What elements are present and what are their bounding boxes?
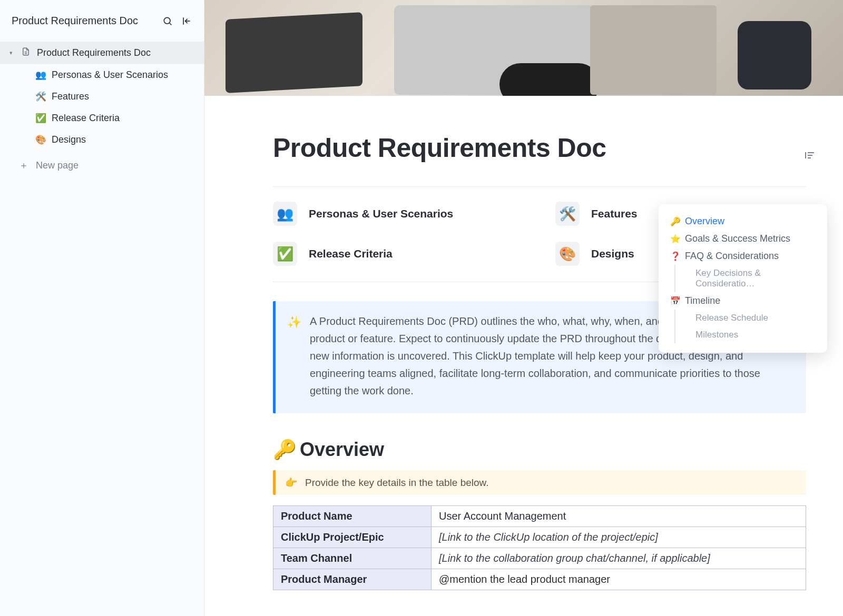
- nav-label: Product Requirements Doc: [37, 47, 151, 58]
- toc-label: Goals & Success Metrics: [685, 233, 790, 244]
- sidebar: Product Requirements Doc ▾ Product Requi…: [0, 0, 204, 616]
- sidebar-actions: [162, 15, 192, 27]
- svg-point-0: [164, 17, 170, 24]
- toc-label: Timeline: [685, 295, 720, 306]
- toc-label: Release Schedule: [695, 313, 768, 323]
- palette-icon: 🎨: [35, 134, 46, 145]
- toc-subitem-release[interactable]: Release Schedule: [674, 310, 824, 326]
- toc-label: Milestones: [695, 330, 738, 340]
- table-row: Product Name User Account Management: [273, 506, 806, 527]
- section-label: Release Criteria: [309, 247, 393, 260]
- svg-line-1: [170, 23, 172, 25]
- table-value[interactable]: [Link to the ClickUp location of the pro…: [432, 527, 806, 548]
- nav-list: ▾ Product Requirements Doc 👥 Personas & …: [0, 38, 204, 178]
- hint-overview[interactable]: 👉 Provide the key details in the table b…: [273, 470, 806, 495]
- main: Product Requirements Doc 👥 Personas & Us…: [204, 0, 843, 616]
- nav-item-personas[interactable]: 👥 Personas & User Scenarios: [0, 64, 204, 86]
- toc-subitem-decisions[interactable]: Key Decisions & Consideratio…: [674, 265, 824, 292]
- nav-label: Features: [52, 91, 89, 102]
- nav-item-root[interactable]: ▾ Product Requirements Doc: [0, 42, 204, 64]
- search-icon[interactable]: [162, 15, 173, 27]
- toc-item-faq[interactable]: ❓ FAQ & Considerations: [662, 247, 824, 265]
- divider: [273, 186, 806, 187]
- toc-label: FAQ & Considerations: [685, 251, 779, 262]
- toc-label: Overview: [685, 216, 724, 227]
- toc-item-goals[interactable]: ⭐ Goals & Success Metrics: [662, 230, 824, 247]
- sparkles-icon: ✨: [287, 313, 301, 400]
- table-key[interactable]: Team Channel: [273, 548, 432, 569]
- check-icon: ✅: [35, 113, 46, 124]
- table-key[interactable]: ClickUp Project/Epic: [273, 527, 432, 548]
- sidebar-header: Product Requirements Doc: [0, 9, 204, 38]
- doc-icon: [20, 47, 32, 59]
- plus-icon: ＋: [19, 159, 28, 172]
- table-value[interactable]: @mention the lead product manager: [432, 569, 806, 590]
- table-value[interactable]: User Account Management: [432, 506, 806, 527]
- overview-table[interactable]: Product Name User Account Management Cli…: [273, 505, 806, 590]
- nav-item-release[interactable]: ✅ Release Criteria: [0, 107, 204, 129]
- cover-image[interactable]: [204, 0, 843, 96]
- section-label: Features: [591, 207, 638, 220]
- page-title[interactable]: Product Requirements Doc: [273, 133, 806, 163]
- nav-label: Release Criteria: [52, 113, 120, 124]
- table-row: Team Channel [Link to the collaboration …: [273, 548, 806, 569]
- toc-item-timeline[interactable]: 📅 Timeline: [662, 292, 824, 310]
- table-value[interactable]: [Link to the collaboration group chat/ch…: [432, 548, 806, 569]
- section-link-personas[interactable]: 👥 Personas & User Scenarios: [273, 202, 524, 226]
- key-icon: 🔑: [670, 216, 681, 226]
- table-row: ClickUp Project/Epic [Link to the ClickU…: [273, 527, 806, 548]
- check-icon: ✅: [273, 242, 297, 266]
- table-row: Product Manager @mention the lead produc…: [273, 569, 806, 590]
- toc-label: Key Decisions & Consideratio…: [695, 268, 816, 289]
- nav-item-features[interactable]: 🛠️ Features: [0, 86, 204, 107]
- collapse-sidebar-icon[interactable]: [181, 15, 192, 27]
- caret-down-icon[interactable]: ▾: [7, 49, 15, 56]
- toc-subitem-milestones[interactable]: Milestones: [674, 326, 824, 343]
- outline-toggle-icon[interactable]: [803, 148, 817, 162]
- section-link-release[interactable]: ✅ Release Criteria: [273, 242, 524, 266]
- question-icon: ❓: [670, 251, 681, 261]
- sidebar-title: Product Requirements Doc: [12, 15, 162, 27]
- section-label: Designs: [591, 247, 634, 260]
- key-icon: 🔑: [273, 439, 297, 461]
- tools-icon: 🛠️: [35, 91, 46, 102]
- toc-item-overview[interactable]: 🔑 Overview: [662, 213, 824, 230]
- toc-popover: 🔑 Overview ⭐ Goals & Success Metrics ❓ F…: [659, 204, 827, 353]
- section-label: Personas & User Scenarios: [309, 207, 453, 220]
- star-icon: ⭐: [670, 234, 681, 244]
- new-page-label: New page: [36, 160, 79, 171]
- palette-icon: 🎨: [555, 242, 580, 266]
- new-page-button[interactable]: ＋ New page: [0, 153, 204, 178]
- calendar-icon: 📅: [670, 296, 681, 306]
- heading-text: Overview: [300, 439, 384, 461]
- people-icon: 👥: [273, 202, 297, 226]
- nav-label: Designs: [52, 134, 86, 145]
- table-key[interactable]: Product Manager: [273, 569, 432, 590]
- table-key[interactable]: Product Name: [273, 506, 432, 527]
- heading-overview[interactable]: 🔑 Overview: [273, 439, 806, 461]
- pointing-right-icon: 👉: [285, 476, 298, 489]
- nav-item-designs[interactable]: 🎨 Designs: [0, 129, 204, 151]
- hint-text: Provide the key details in the table bel…: [305, 477, 489, 489]
- nav-label: Personas & User Scenarios: [52, 69, 168, 81]
- tools-icon: 🛠️: [555, 202, 580, 226]
- people-icon: 👥: [35, 69, 46, 81]
